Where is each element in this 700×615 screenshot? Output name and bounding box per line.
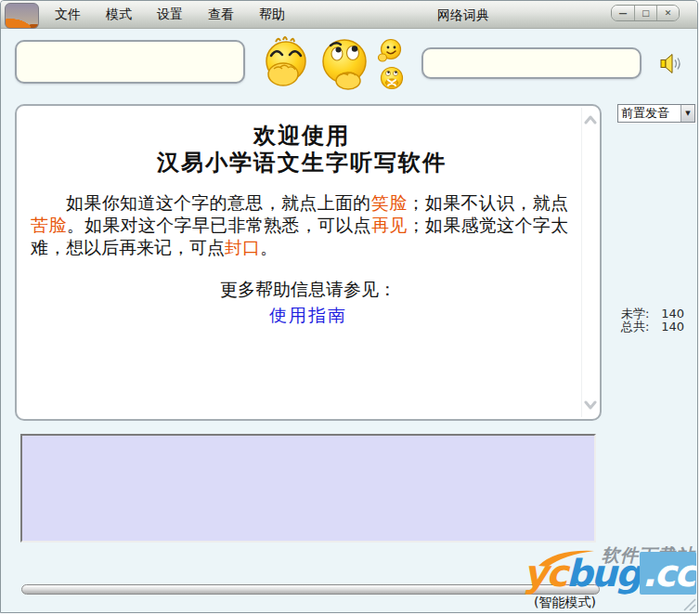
app-icon [5,3,39,29]
maximize-icon[interactable]: □ [634,6,656,20]
watermark-cc: .cc [640,552,696,595]
chevron-down-icon[interactable]: ▼ [681,105,694,122]
bitter-face-button[interactable] [319,34,369,90]
help-content-panel: 欢迎使用 汉易小学语文生字听写软件 如果你知道这个字的意思，就点上面的笑脸；如果… [15,104,602,421]
pronounce-mode-value: 前置发音 [618,105,681,122]
app-window: 文件 模式 设置 查看 帮助 网络词典 — □ ✕ [0,0,698,613]
menubar: 文件 模式 设置 查看 帮助 [49,1,291,29]
seal-button[interactable] [379,65,405,91]
menu-file[interactable]: 文件 [49,5,86,25]
writing-area[interactable] [20,434,596,543]
welcome-title-line2: 汉易小学语文生字听写软件 [32,150,572,176]
character-display-input[interactable] [15,40,245,84]
pronounce-mode-dropdown[interactable]: 前置发音 ▼ [617,104,695,123]
close-icon[interactable]: ✕ [656,6,679,20]
study-stats: 未学: 140 总共: 140 [621,308,684,334]
menu-mode[interactable]: 模式 [100,5,137,25]
goodbye-button[interactable] [377,38,403,64]
smile-face-button[interactable] [263,35,309,87]
help-prompt: 更多帮助信息请参见： [17,278,600,302]
stat-unlearned-value: 140 [661,308,684,321]
user-guide-link[interactable]: 使用指南 [17,304,600,328]
stat-unlearned-label: 未学: [621,308,649,321]
welcome-title-line1: 欢迎使用 [32,124,572,149]
watermark-site-label: 软件下载站 [602,543,694,568]
window-title: 网络词典 [437,1,489,29]
titlebar[interactable]: 文件 模式 设置 查看 帮助 网络词典 — □ ✕ [1,1,697,29]
mode-status: (智能模式) [534,595,596,611]
stat-total-label: 总共: [621,321,649,334]
progress-bar [21,584,600,595]
stat-unlearned: 未学: 140 [621,308,684,321]
window-controls: — □ ✕ [611,5,680,21]
menu-view[interactable]: 查看 [202,5,240,25]
menu-settings[interactable]: 设置 [151,5,188,25]
instructions-paragraph: 如果你知道这个字的意思，就点上面的笑脸；如果不认识，就点苦脸。如果对这个字早已非… [31,191,568,258]
watermark-swoosh-icon [537,547,596,568]
resize-grip[interactable] [681,595,696,611]
minimize-icon[interactable]: — [612,6,634,20]
scroll-down-icon[interactable] [584,400,597,410]
scrollbar[interactable] [581,108,598,417]
stat-total: 总共: 140 [621,321,684,334]
stat-total-value: 140 [661,321,684,334]
menu-help[interactable]: 帮助 [253,5,291,25]
answer-input[interactable] [421,47,642,79]
speaker-icon[interactable] [659,52,683,75]
scroll-up-icon[interactable] [584,115,597,124]
